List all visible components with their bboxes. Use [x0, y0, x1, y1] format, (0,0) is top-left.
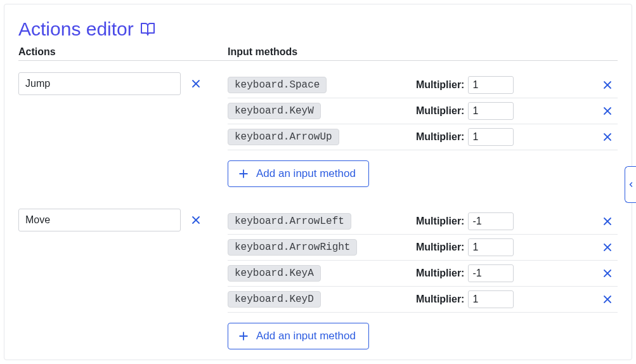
remove-input-icon[interactable] [601, 131, 618, 143]
input-row: keyboard.KeyAMultiplier: [228, 261, 618, 287]
input-key-chip[interactable]: keyboard.Space [228, 77, 327, 93]
input-row: keyboard.ArrowRightMultiplier: [228, 235, 618, 261]
multiplier-input[interactable] [468, 290, 514, 308]
remove-input-icon[interactable] [601, 241, 618, 254]
header-actions: Actions [18, 46, 228, 58]
input-row: keyboard.SpaceMultiplier: [228, 72, 618, 98]
action-block: keyboard.ArrowLeftMultiplier:keyboard.Ar… [18, 209, 618, 349]
input-key-wrap: keyboard.Space [228, 77, 416, 93]
input-row: keyboard.KeyDMultiplier: [228, 287, 618, 313]
multiplier-input[interactable] [468, 102, 514, 120]
input-key-chip[interactable]: keyboard.KeyW [228, 103, 321, 119]
input-key-wrap: keyboard.ArrowRight [228, 239, 416, 256]
multiplier-label: Multiplier: [416, 131, 464, 143]
column-headers: Actions Input methods [18, 46, 618, 61]
remove-input-icon[interactable] [601, 79, 618, 91]
add-input-method-label: Add an input method [256, 167, 356, 180]
add-input-method-label: Add an input method [256, 330, 356, 342]
action-left [18, 72, 228, 187]
side-tab-button[interactable] [625, 166, 636, 203]
input-row: keyboard.ArrowUpMultiplier: [228, 124, 618, 150]
multiplier-input[interactable] [468, 238, 514, 256]
multiplier-label: Multiplier: [416, 216, 464, 227]
multiplier-label: Multiplier: [416, 242, 464, 253]
input-key-wrap: keyboard.KeyD [228, 291, 416, 308]
multiplier-input[interactable] [468, 76, 514, 94]
input-key-chip[interactable]: keyboard.ArrowLeft [228, 213, 351, 230]
input-row: keyboard.KeyWMultiplier: [228, 98, 618, 124]
input-key-chip[interactable]: keyboard.ArrowRight [228, 239, 357, 256]
header-inputs: Input methods [228, 46, 297, 58]
plus-icon [237, 167, 250, 180]
multiplier-input[interactable] [468, 264, 514, 282]
title-row: Actions editor [18, 18, 618, 40]
input-key-chip[interactable]: keyboard.ArrowUp [228, 129, 339, 145]
remove-input-icon[interactable] [601, 267, 618, 280]
input-key-chip[interactable]: keyboard.KeyD [228, 291, 321, 308]
actions-editor-panel: Actions editor Actions Input methods key… [4, 4, 632, 360]
action-name-input[interactable] [18, 209, 181, 231]
multiplier-input[interactable] [468, 128, 514, 146]
action-block: keyboard.SpaceMultiplier:keyboard.KeyWMu… [18, 72, 618, 187]
input-key-wrap: keyboard.ArrowUp [228, 129, 416, 145]
input-key-wrap: keyboard.KeyA [228, 265, 416, 282]
multiplier-label: Multiplier: [416, 268, 464, 279]
inputs-column: keyboard.SpaceMultiplier:keyboard.KeyWMu… [228, 72, 618, 187]
action-left [18, 209, 228, 349]
add-input-method-button[interactable]: Add an input method [228, 323, 369, 349]
action-name-input[interactable] [18, 72, 181, 95]
book-icon[interactable] [140, 22, 155, 37]
remove-input-icon[interactable] [601, 215, 618, 228]
multiplier-label: Multiplier: [416, 294, 464, 305]
multiplier-label: Multiplier: [416, 79, 464, 91]
remove-action-icon[interactable] [190, 209, 202, 231]
remove-input-icon[interactable] [601, 293, 618, 306]
add-input-method-button[interactable]: Add an input method [228, 160, 369, 187]
remove-action-icon[interactable] [190, 72, 202, 95]
input-key-wrap: keyboard.KeyW [228, 103, 416, 119]
multiplier-label: Multiplier: [416, 105, 464, 117]
input-key-chip[interactable]: keyboard.KeyA [228, 265, 321, 282]
remove-input-icon[interactable] [601, 105, 618, 117]
inputs-column: keyboard.ArrowLeftMultiplier:keyboard.Ar… [228, 209, 618, 349]
input-key-wrap: keyboard.ArrowLeft [228, 213, 416, 230]
input-row: keyboard.ArrowLeftMultiplier: [228, 209, 618, 235]
page-title: Actions editor [18, 18, 134, 40]
plus-icon [237, 330, 250, 342]
multiplier-input[interactable] [468, 212, 514, 230]
